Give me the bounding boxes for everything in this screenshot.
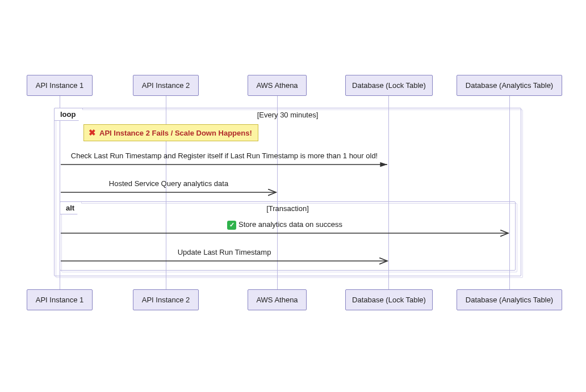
message-check-timestamp: Check Last Run Timestamp and Register it… xyxy=(62,151,386,160)
cross-icon: ✖ xyxy=(89,128,96,138)
participant-label: AWS Athena xyxy=(256,81,298,90)
failure-note: ✖ API Instance 2 Fails / Scale Down Happ… xyxy=(83,124,258,141)
frame-alt: alt [Transaction] xyxy=(60,201,516,271)
participant-label: Database (Analytics Table) xyxy=(466,81,553,90)
participant-label: API Instance 2 xyxy=(142,296,190,304)
frame-loop-label: loop xyxy=(54,108,83,121)
frame-alt-guard: [Transaction] xyxy=(266,204,309,213)
participant-lock-bottom: Database (Lock Table) xyxy=(345,289,433,310)
participant-label: AWS Athena xyxy=(256,296,298,304)
participant-api1-bottom: API Instance 1 xyxy=(27,289,93,310)
failure-note-text: API Instance 2 Fails / Scale Down Happen… xyxy=(99,129,252,137)
participant-label: API Instance 1 xyxy=(36,296,84,304)
message-update-timestamp: Update Last Run Timestamp xyxy=(62,248,386,256)
message-store-analytics: ✓Store analytics data on success xyxy=(62,220,507,230)
participant-label: API Instance 2 xyxy=(142,81,190,90)
participant-analy-bottom: Database (Analytics Table) xyxy=(457,289,562,310)
participant-api1-top: API Instance 1 xyxy=(27,75,93,96)
frame-loop-guard: [Every 30 minutes] xyxy=(257,111,319,119)
participant-label: Database (Analytics Table) xyxy=(466,296,553,304)
check-icon: ✓ xyxy=(227,221,236,230)
participant-athena-bottom: AWS Athena xyxy=(248,289,307,310)
participant-label: API Instance 1 xyxy=(36,81,84,90)
participant-api2-bottom: API Instance 2 xyxy=(133,289,199,310)
participant-lock-top: Database (Lock Table) xyxy=(345,75,433,96)
frame-alt-label: alt xyxy=(60,201,82,214)
sequence-diagram: API Instance 1 API Instance 2 AWS Athena… xyxy=(0,0,586,392)
message-query-analytics: Hosted Service Query analytics data xyxy=(62,179,275,188)
participant-label: Database (Lock Table) xyxy=(352,81,426,90)
participant-athena-top: AWS Athena xyxy=(248,75,307,96)
participant-api2-top: API Instance 2 xyxy=(133,75,199,96)
participant-analy-top: Database (Analytics Table) xyxy=(457,75,562,96)
participant-label: Database (Lock Table) xyxy=(352,296,426,304)
